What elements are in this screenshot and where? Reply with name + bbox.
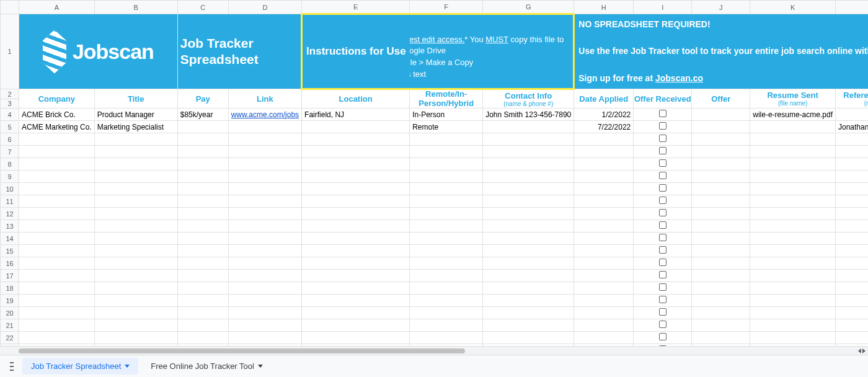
cell-empty[interactable] (177, 233, 228, 245)
cell-empty[interactable] (692, 282, 750, 295)
cell-empty[interactable] (177, 158, 228, 171)
col-header-E[interactable]: E (302, 1, 410, 14)
cell-empty[interactable] (302, 307, 410, 319)
checkbox-icon[interactable] (659, 308, 666, 316)
checkbox-icon[interactable] (659, 172, 666, 179)
cell-reference-used[interactable]: Jonathan Smit (835, 121, 868, 133)
cell-empty[interactable] (750, 133, 836, 146)
col-header-J[interactable]: J (692, 1, 750, 14)
cell-empty[interactable] (483, 195, 574, 208)
cell-empty[interactable] (750, 183, 836, 195)
col-header-I[interactable]: I (634, 1, 692, 14)
checkbox-icon[interactable] (659, 234, 666, 241)
row-header-14[interactable]: 14 (1, 233, 19, 245)
cell-empty[interactable] (483, 282, 574, 295)
col-header-A[interactable]: A (19, 1, 95, 14)
cell-empty[interactable] (302, 245, 410, 257)
jobscan-link[interactable]: Jobscan.co (655, 73, 703, 83)
cell-empty[interactable] (302, 319, 410, 332)
cell-reference-used[interactable] (835, 109, 868, 121)
cell-empty[interactable] (410, 208, 483, 220)
cell-company[interactable]: ACME Brick Co. (19, 109, 95, 121)
header-link[interactable]: Link (228, 89, 301, 109)
col-header-H[interactable]: H (574, 1, 634, 14)
checkbox-icon[interactable] (659, 296, 666, 303)
col-header-D[interactable]: D (228, 1, 301, 14)
cell-empty[interactable] (302, 183, 410, 195)
cell-empty[interactable] (634, 257, 692, 270)
row-header-6[interactable]: 6 (1, 133, 19, 146)
cell-empty[interactable] (94, 220, 177, 233)
cell-empty[interactable] (19, 257, 95, 270)
cell-empty[interactable] (483, 183, 574, 195)
cell-offer[interactable] (692, 121, 750, 133)
col-header-L[interactable]: L (835, 1, 868, 14)
cell-empty[interactable] (692, 133, 750, 146)
cell-empty[interactable] (177, 332, 228, 344)
header-remote[interactable]: Remote/In-Person/Hybrid (410, 89, 483, 109)
cell-empty[interactable] (228, 146, 301, 158)
cell-empty[interactable] (228, 245, 301, 257)
header-company[interactable]: Company (19, 89, 95, 109)
instructions-cell[interactable]: *Do not request edit access.* You MUST c… (410, 14, 574, 89)
checkbox-icon[interactable] (659, 271, 666, 278)
cell-empty[interactable] (634, 220, 692, 233)
cell-empty[interactable] (19, 133, 95, 146)
header-resume-sent[interactable]: Resume Sent(file name) (750, 89, 836, 109)
cell-empty[interactable] (692, 195, 750, 208)
cell-empty[interactable] (228, 133, 301, 146)
row-header-1[interactable]: 1 (1, 14, 19, 89)
cell-empty[interactable] (94, 146, 177, 158)
row-header-12[interactable]: 12 (1, 208, 19, 220)
cell-empty[interactable] (750, 257, 836, 270)
cell-empty[interactable] (19, 183, 95, 195)
cell-contact[interactable] (483, 121, 574, 133)
cell-empty[interactable] (177, 171, 228, 183)
checkbox-icon[interactable] (659, 221, 666, 229)
cell-empty[interactable] (750, 220, 836, 233)
row-header-10[interactable]: 10 (1, 183, 19, 195)
checkbox-icon[interactable] (659, 135, 666, 142)
cell-empty[interactable] (228, 195, 301, 208)
cell-empty[interactable] (692, 332, 750, 344)
cell-title[interactable]: Product Manager (94, 109, 177, 121)
row-header-16[interactable]: 16 (1, 257, 19, 270)
row-header-11[interactable]: 11 (1, 195, 19, 208)
header-pay[interactable]: Pay (177, 89, 228, 109)
cell-empty[interactable] (692, 183, 750, 195)
cell-empty[interactable] (410, 220, 483, 233)
row-header-22[interactable]: 22 (1, 332, 19, 344)
cell-empty[interactable] (692, 245, 750, 257)
cell-empty[interactable] (302, 158, 410, 171)
cell-empty[interactable] (302, 295, 410, 307)
checkbox-icon[interactable] (659, 197, 666, 204)
cell-empty[interactable] (19, 195, 95, 208)
cell-empty[interactable] (634, 332, 692, 344)
cell-empty[interactable] (483, 233, 574, 245)
scroll-left-icon[interactable] (858, 348, 861, 353)
cell-empty[interactable] (835, 233, 868, 245)
cell-empty[interactable] (835, 220, 868, 233)
instructions-cell-left[interactable]: Instructions for Use (302, 14, 410, 89)
cell-resume-sent[interactable] (750, 121, 836, 133)
cell-empty[interactable] (302, 195, 410, 208)
header-offer-received[interactable]: Offer Received (634, 89, 692, 109)
cell-empty[interactable] (94, 195, 177, 208)
cell-empty[interactable] (177, 282, 228, 295)
cell-empty[interactable] (692, 319, 750, 332)
col-header-B[interactable]: B (94, 1, 177, 14)
checkbox-icon[interactable] (659, 321, 666, 328)
cell-empty[interactable] (177, 257, 228, 270)
cell-empty[interactable] (483, 133, 574, 146)
cell-empty[interactable] (228, 208, 301, 220)
cell-empty[interactable] (94, 295, 177, 307)
cell-empty[interactable] (835, 171, 868, 183)
jobscan-logo-cell[interactable]: Jobscan (19, 14, 178, 89)
cell-empty[interactable] (410, 195, 483, 208)
cell-link[interactable]: www.acme.com/jobs (228, 109, 301, 121)
cell-offer-received[interactable] (634, 121, 692, 133)
scroll-right-icon[interactable] (862, 348, 866, 353)
cell-empty[interactable] (574, 257, 634, 270)
row-header-18[interactable]: 18 (1, 282, 19, 295)
cell-empty[interactable] (483, 319, 574, 332)
